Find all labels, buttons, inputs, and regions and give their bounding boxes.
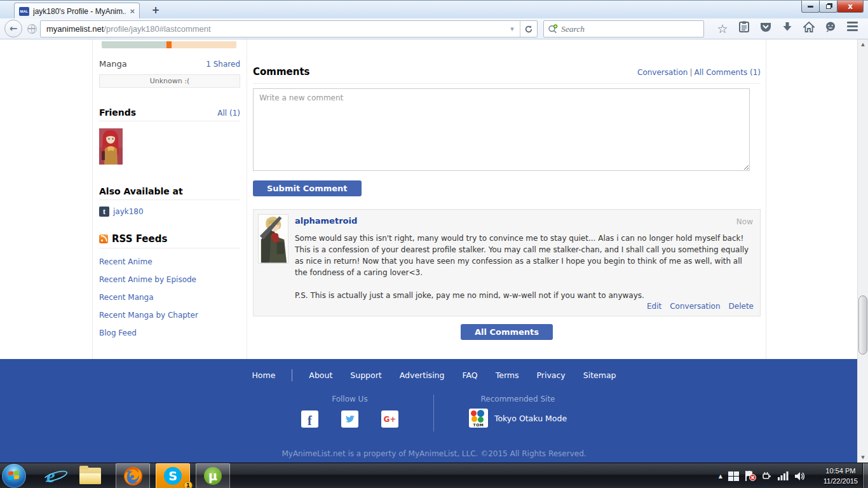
search-input[interactable] bbox=[561, 24, 703, 34]
rss-link-recent-anime[interactable]: Recent Anime bbox=[99, 257, 240, 266]
tray-network-icon[interactable] bbox=[778, 471, 789, 480]
rss-link-recent-manga[interactable]: Recent Manga bbox=[99, 293, 240, 302]
clock-date: 11/22/2015 bbox=[824, 476, 858, 486]
menu-hamburger-icon[interactable] bbox=[841, 20, 863, 38]
googleplus-icon[interactable]: G+ bbox=[381, 410, 398, 428]
minimize-button[interactable] bbox=[801, 1, 820, 13]
manga-shared-link[interactable]: 1 Shared bbox=[206, 60, 240, 69]
tray-action-center-icon[interactable] bbox=[745, 471, 756, 481]
new-tab-button[interactable]: + bbox=[147, 5, 164, 17]
footer-nav: Home About Support Advertising FAQ Terms… bbox=[0, 359, 868, 381]
twitter-icon[interactable] bbox=[341, 410, 358, 428]
clock-time: 10:54 PM bbox=[824, 466, 858, 476]
footer-link-about[interactable]: About bbox=[309, 370, 332, 380]
url-path: /profile/jayk180#lastcomment bbox=[104, 24, 210, 34]
tokyo-otaku-mode-logo: TOM bbox=[469, 409, 488, 428]
comment-conversation-link[interactable]: Conversation bbox=[670, 302, 720, 311]
home-icon[interactable] bbox=[798, 20, 820, 37]
scroll-down-icon[interactable]: ▼ bbox=[858, 452, 868, 463]
taskbar-utorrent-button[interactable]: µ bbox=[196, 463, 230, 488]
comment-input[interactable] bbox=[253, 88, 750, 171]
reading-list-icon[interactable] bbox=[733, 20, 755, 37]
footer-nav-divider bbox=[292, 369, 292, 381]
comment-edit-link[interactable]: Edit bbox=[647, 302, 661, 311]
recommended-site[interactable]: TOM Tokyo Otaku Mode bbox=[469, 409, 567, 428]
footer-link-privacy[interactable]: Privacy bbox=[537, 370, 566, 380]
all-comments-button[interactable]: All Comments bbox=[461, 324, 553, 340]
browser-titlebar: MAL jayk180's Profile - MyAnim... × + x bbox=[0, 0, 868, 18]
page-scrollbar[interactable]: ▲ ▼ bbox=[857, 39, 868, 463]
close-button[interactable]: x bbox=[837, 1, 864, 13]
all-comments-link[interactable]: All Comments (1) bbox=[694, 68, 761, 77]
column-divider bbox=[247, 39, 247, 377]
taskbar-firefox-button[interactable] bbox=[116, 463, 150, 488]
footer-link-terms[interactable]: Terms bbox=[496, 370, 519, 380]
recommended-site-label: Recommended Site bbox=[469, 395, 567, 403]
friends-all-link[interactable]: All (1) bbox=[217, 109, 240, 118]
footer-mid-divider bbox=[433, 395, 434, 431]
footer-link-faq[interactable]: FAQ bbox=[462, 370, 477, 380]
scroll-up-icon[interactable]: ▲ bbox=[858, 39, 868, 50]
search-icon bbox=[548, 24, 559, 34]
rss-link-recent-anime-episode[interactable]: Recent Anime by Episode bbox=[99, 275, 240, 284]
follow-us-label: Follow Us bbox=[301, 395, 398, 403]
url-dropdown-icon[interactable]: ▼ bbox=[506, 23, 518, 36]
conversation-link[interactable]: Conversation bbox=[637, 68, 688, 77]
tab-close-icon[interactable]: × bbox=[130, 6, 135, 16]
toolbar-icons: ☆ bbox=[712, 20, 863, 37]
site-identity-globe-icon[interactable] bbox=[27, 24, 37, 34]
pocket-icon[interactable] bbox=[755, 20, 776, 37]
taskbar-explorer-icon[interactable] bbox=[76, 463, 104, 488]
restore-button[interactable] bbox=[819, 1, 837, 13]
comment-text: Some would say this isn't right, many wo… bbox=[295, 233, 752, 278]
restore-icon bbox=[826, 4, 831, 9]
skype-icon: S bbox=[164, 467, 182, 485]
reload-icon bbox=[524, 25, 533, 34]
footer-copyright: MyAnimeList.net is a property of MyAnime… bbox=[0, 449, 868, 458]
browser-tab[interactable]: MAL jayk180's Profile - MyAnim... × bbox=[14, 3, 140, 19]
url-text[interactable]: myanimelist.net/profile/jayk180#lastcomm… bbox=[41, 21, 505, 37]
rss-links: Recent Anime Recent Anime by Episode Rec… bbox=[99, 257, 240, 337]
taskbar-skype-button[interactable]: S 1 bbox=[156, 463, 190, 488]
rss-icon bbox=[99, 234, 108, 243]
comment-author-link[interactable]: alphametroid bbox=[295, 216, 357, 226]
downloads-icon[interactable] bbox=[776, 20, 798, 37]
tray-volume-icon[interactable] bbox=[794, 471, 806, 481]
rss-link-blog-feed[interactable]: Blog Feed bbox=[99, 329, 240, 337]
window-controls: x bbox=[802, 1, 864, 13]
footer-link-advertising[interactable]: Advertising bbox=[400, 370, 445, 380]
skype-notification-badge: 1 bbox=[184, 481, 193, 488]
comment-item: Now alphametroid Some would say this isn… bbox=[253, 209, 761, 316]
comments-title: Comments bbox=[253, 66, 310, 78]
manga-label: Manga bbox=[99, 59, 127, 69]
minimize-icon bbox=[808, 6, 813, 8]
url-bar[interactable]: myanimelist.net/profile/jayk180#lastcomm… bbox=[40, 20, 538, 37]
footer-link-support[interactable]: Support bbox=[350, 370, 381, 380]
friend-avatar[interactable] bbox=[99, 128, 123, 165]
commenter-avatar[interactable] bbox=[258, 214, 288, 264]
recommended-site-name: Tokyo Otaku Mode bbox=[494, 414, 567, 423]
taskbar-ie-icon[interactable]: e bbox=[37, 463, 65, 488]
tray-show-hidden-icon[interactable]: ▲ bbox=[719, 473, 722, 479]
search-bar[interactable] bbox=[543, 20, 704, 37]
bookmark-star-icon[interactable]: ☆ bbox=[712, 20, 733, 37]
reload-button[interactable] bbox=[520, 21, 537, 37]
tumblr-icon: t bbox=[99, 207, 109, 217]
tray-power-icon[interactable] bbox=[762, 471, 772, 481]
scrollbar-thumb[interactable] bbox=[858, 295, 867, 355]
hello-chat-icon[interactable] bbox=[820, 20, 841, 37]
back-button[interactable]: ← bbox=[4, 20, 22, 37]
rss-link-recent-manga-chapter[interactable]: Recent Manga by Chapter bbox=[99, 311, 240, 320]
footer-link-home[interactable]: Home bbox=[252, 370, 275, 380]
submit-comment-button[interactable]: Submit Comment bbox=[253, 180, 362, 196]
footer-link-sitemap[interactable]: Sitemap bbox=[583, 370, 616, 380]
comment-delete-link[interactable]: Delete bbox=[729, 302, 754, 311]
folder-icon bbox=[79, 468, 101, 484]
start-button[interactable] bbox=[2, 464, 26, 488]
tumblr-profile-link[interactable]: jayk180 bbox=[113, 207, 144, 216]
url-host: myanimelist.net bbox=[46, 24, 104, 34]
taskbar-clock[interactable]: 10:54 PM 11/22/2015 bbox=[824, 466, 858, 486]
show-desktop-button[interactable] bbox=[862, 463, 868, 488]
tray-windows-update-icon[interactable] bbox=[728, 471, 739, 481]
facebook-icon[interactable]: f bbox=[301, 410, 318, 428]
